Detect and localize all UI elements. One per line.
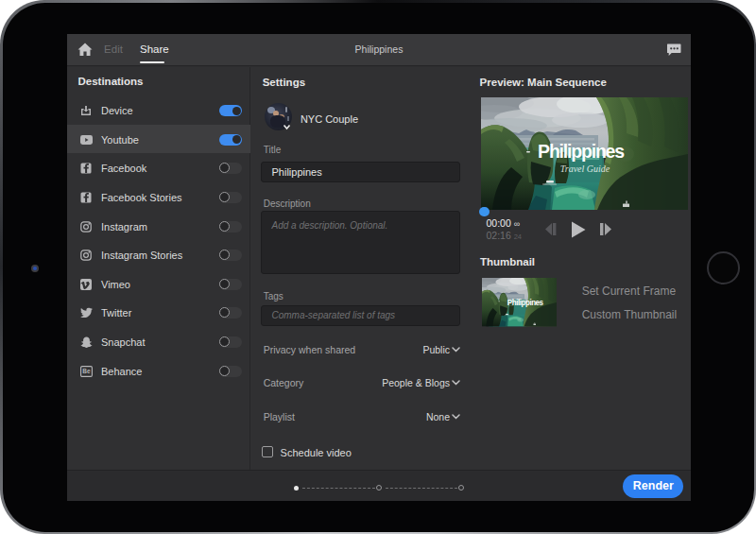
svg-text:Be: Be xyxy=(82,369,91,375)
svg-text:Travel Guide: Travel Guide xyxy=(560,164,610,174)
svg-text:Philippines: Philippines xyxy=(507,298,543,308)
svg-text:Philippines: Philippines xyxy=(538,141,625,162)
